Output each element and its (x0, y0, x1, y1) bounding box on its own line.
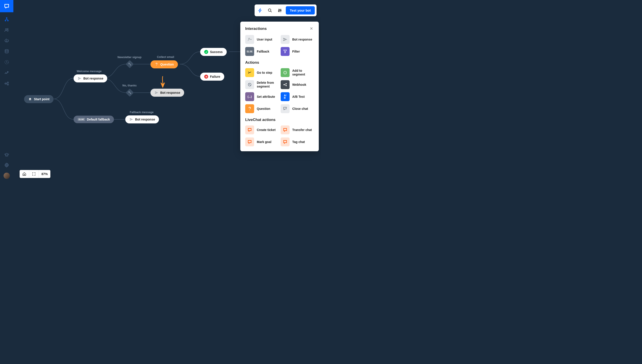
abtest-icon: A/B (281, 92, 290, 101)
node-failure[interactable]: Failure (200, 72, 224, 81)
panel-item-chat[interactable]: Transfer chat (281, 126, 314, 134)
user-input-icon (245, 35, 254, 44)
segment-add-icon (281, 68, 290, 77)
close-icon[interactable] (309, 26, 314, 31)
node-bot-response-2[interactable]: Bot response (151, 89, 184, 97)
app-logo[interactable] (0, 0, 13, 12)
svg-point-15 (129, 63, 130, 64)
panel-item-segment-del[interactable]: Delete from segment (245, 80, 278, 89)
node-title-newsletter: Newsletter signup (118, 56, 142, 59)
send-icon (155, 91, 159, 95)
interactions-panel: Interactions User inputBot responseELSEF… (240, 22, 319, 151)
panel-item-label: Question (257, 107, 270, 111)
filter-icon (281, 47, 290, 56)
panel-item-label: Create ticket (257, 128, 276, 132)
panel-item-attribute[interactable]: {...}Set attribute (245, 92, 278, 101)
nav-users-icon[interactable] (4, 28, 9, 33)
sidebar (0, 0, 13, 182)
panel-item-label: Webhook (292, 83, 306, 87)
panel-item-label: User input (257, 38, 272, 42)
livechat-title: LiveChat actions (245, 118, 314, 122)
expand-button[interactable] (29, 170, 39, 178)
nav-brain-icon[interactable] (4, 38, 9, 44)
panel-item-goto[interactable]: Go to step (245, 68, 278, 77)
send-icon (281, 35, 290, 44)
panel-item-else[interactable]: ELSEFallback (245, 47, 278, 56)
svg-point-23 (286, 83, 286, 84)
svg-point-5 (5, 50, 9, 51)
svg-point-9 (7, 84, 9, 85)
chat-icon (245, 126, 254, 134)
panel-item-chat[interactable]: Mark goal (245, 138, 278, 146)
panel-item-label: A/B Test (292, 95, 305, 99)
node-newsletter-branch[interactable] (126, 60, 134, 68)
node-label: Default fallback (87, 118, 110, 121)
node-label: Question (160, 62, 174, 66)
webhook-icon (281, 80, 290, 89)
node-title-collect: Collect email (157, 56, 174, 58)
panel-item-user-input[interactable]: User input (245, 35, 278, 44)
panel-item-label: Fallback (257, 50, 269, 54)
bottom-toolbar: 87% (20, 170, 50, 178)
svg-point-8 (7, 82, 9, 83)
node-welcome-message[interactable]: Bot response (74, 74, 107, 82)
else-icon: ELSE (245, 47, 254, 56)
svg-point-4 (7, 28, 8, 30)
node-nothanks-branch[interactable] (126, 89, 134, 96)
node-label: Bot response (160, 91, 180, 94)
home-icon (28, 97, 32, 101)
svg-point-16 (130, 64, 131, 65)
panel-item-label: Go to step (257, 71, 272, 75)
node-label: Bot response (83, 77, 103, 80)
send-icon (129, 118, 133, 122)
home-button[interactable] (20, 170, 29, 178)
zoom-level[interactable]: 87% (39, 170, 50, 178)
panel-item-chat[interactable]: Tag chat (281, 138, 314, 146)
panel-item-label: Mark goal (257, 140, 271, 144)
panel-item-webhook[interactable]: Webhook (281, 80, 314, 89)
node-fallback-bot-response[interactable]: Bot response (125, 116, 159, 124)
nav-clock-icon[interactable] (4, 60, 9, 65)
panel-item-question[interactable]: Question (245, 104, 278, 113)
arrow-annotation-1 (159, 76, 166, 88)
panel-item-filter[interactable]: Filter (281, 47, 314, 56)
node-label: Failure (210, 75, 220, 78)
panel-item-label: Tag chat (292, 140, 305, 144)
chat-icon (281, 126, 290, 134)
node-label: Start point (34, 97, 50, 101)
nav-academy-icon[interactable] (4, 152, 9, 158)
nav-trends-icon[interactable] (4, 70, 9, 76)
nav-database-icon[interactable] (4, 49, 9, 54)
node-success[interactable]: Success (200, 48, 227, 56)
node-question[interactable]: Question (151, 60, 178, 68)
panel-item-send[interactable]: Bot response (281, 35, 314, 44)
user-avatar[interactable] (4, 173, 10, 179)
node-label: Success (210, 50, 223, 54)
panel-item-label: Filter (292, 50, 300, 54)
panel-item-chat[interactable]: Create ticket (245, 126, 278, 134)
segment-del-icon (245, 80, 254, 89)
node-default-fallback[interactable]: ELSE Default fallback (74, 116, 114, 123)
nav-flow-icon[interactable] (4, 17, 9, 22)
else-badge: ELSE (78, 118, 85, 121)
actions-grid: Go to stepAdd to segmentDelete from segm… (245, 68, 314, 113)
panel-item-abtest[interactable]: A/BA/B Test (281, 92, 314, 101)
chat-icon (245, 138, 254, 146)
svg-point-24 (286, 85, 286, 86)
nav-webhooks-icon[interactable] (4, 81, 9, 86)
panel-item-segment-add[interactable]: Add to segment (281, 68, 314, 77)
panel-item-label: Add to segment (292, 69, 314, 76)
question-icon (245, 104, 254, 113)
panel-item-label: Transfer chat (292, 128, 312, 132)
node-start-point[interactable]: Start point (24, 95, 54, 103)
panel-item-close-chat[interactable]: Close chat (281, 104, 314, 113)
svg-point-2 (7, 20, 8, 21)
question-icon (155, 62, 159, 66)
svg-point-7 (5, 83, 6, 84)
x-icon (204, 75, 208, 79)
panel-title: Interactions (245, 26, 267, 31)
svg-point-19 (249, 38, 250, 39)
chat-icon (281, 138, 290, 146)
send-icon (78, 76, 82, 80)
nav-settings-icon[interactable] (4, 162, 9, 168)
